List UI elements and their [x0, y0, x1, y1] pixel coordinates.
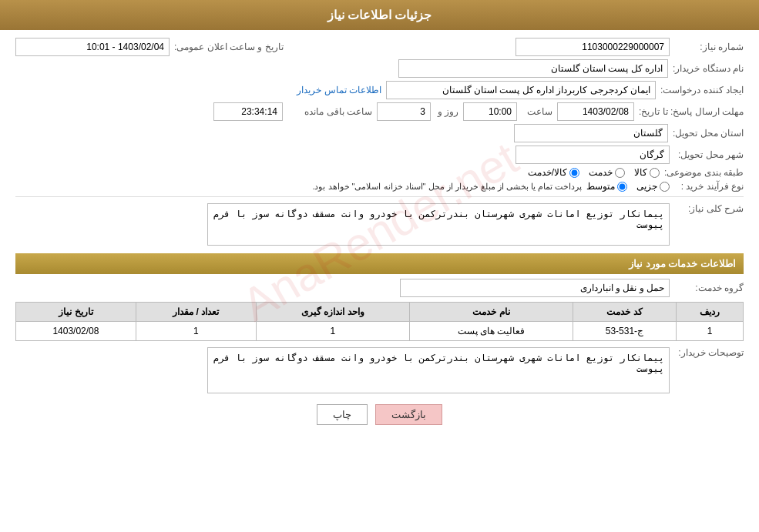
etelaat-link[interactable]: اطلاعات تماس خریدار — [297, 85, 381, 95]
mohlatRooz-label: روز و — [435, 106, 458, 117]
mohlatDate-input[interactable] — [557, 102, 634, 121]
tabaqeBandi-label: طبقه بندی موضوعی: — [664, 167, 744, 178]
page-title: جزئیات اطلاعات نیاز — [0, 0, 759, 30]
farayand-mota[interactable]: متوسط — [586, 181, 627, 192]
ejadKonande-input[interactable] — [386, 81, 656, 99]
mohlatSaat-input[interactable] — [463, 102, 517, 121]
col-kodKhadamat: کد خدمت — [573, 303, 676, 322]
mohlatErsal-label: مهلت ارسال پاسخ: تا تاریخ: — [639, 106, 744, 117]
tarikh-input[interactable] — [15, 38, 170, 56]
sharhKoli-textarea[interactable]: پیمانکار توزیع امانات شهری شهرستان بندرت… — [207, 203, 670, 246]
tabaqe-khadamat[interactable]: خدمت — [589, 167, 625, 178]
mohlatSaatMande-label: ساعت باقی مانده — [287, 106, 372, 117]
farayand-jozi[interactable]: جزیی — [636, 181, 670, 192]
groheKhadamat-label: گروه خدمت: — [674, 283, 744, 293]
shomareNiaz-input[interactable] — [516, 38, 670, 56]
namDastgah-input[interactable] — [398, 59, 668, 78]
groheKhadamat-input[interactable] — [400, 279, 670, 297]
col-vahed: واحد اندازه گیری — [256, 303, 410, 322]
col-namKhadamat: نام خدمت — [410, 303, 573, 322]
ostanTahvil-input[interactable] — [514, 124, 668, 142]
shahrTahvil-row: شهر محل تحویل: — [15, 146, 744, 164]
mohlatSaat-label: ساعت — [522, 106, 552, 117]
tabaqeBandi-row: طبقه بندی موضوعی: کالا خدمت کالا/خدمت — [15, 167, 744, 178]
sharhKoli-label: شرح کلی نیاز: — [674, 203, 744, 214]
sharhKoli-row: شرح کلی نیاز: پیمانکار توزیع امانات شهری… — [15, 203, 744, 246]
namDastgah-row: نام دستگاه خریدار: — [15, 59, 744, 78]
mohlatRooz-input[interactable] — [377, 102, 431, 121]
buttons-row: بازگشت چاپ — [15, 404, 744, 425]
namDastgah-label: نام دستگاه خریدار: — [673, 63, 744, 74]
tabaqe-kala[interactable]: کالا — [634, 167, 660, 178]
farayand-radiogroup: جزیی متوسط — [586, 181, 670, 192]
khadamat-table: ردیف کد خدمت نام خدمت واحد اندازه گیری ت… — [15, 302, 744, 341]
shahrTahvil-label: شهر محل تحویل: — [674, 149, 744, 160]
ejadKonande-row: ایجاد کننده درخواست: اطلاعات تماس خریدار — [15, 81, 744, 99]
mohlatSaatMande-input[interactable] — [213, 102, 283, 121]
shahrTahvil-input[interactable] — [516, 146, 670, 164]
ejadKonande-label: ایجاد کننده درخواست: — [660, 85, 744, 95]
tosihKharidar-label: توصیحات خریدار: — [674, 347, 744, 358]
tabaqe-kala-khadamat[interactable]: کالا/خدمت — [528, 167, 579, 178]
tarikh-label: تاریخ و ساعت اعلان عمومی: — [174, 42, 284, 52]
print-button[interactable]: چاپ — [317, 404, 368, 425]
col-tarikh: تاریخ نیاز — [16, 303, 136, 322]
back-button[interactable]: بازگشت — [375, 404, 442, 425]
shomareNiaz-row: شماره نیاز: تاریخ و ساعت اعلان عمومی: — [15, 38, 744, 56]
col-tedad: تعداد / مقدار — [136, 303, 256, 322]
khadamat-section-title: اطلاعات خدمات مورد نیاز — [15, 253, 744, 274]
tabaqe-radiogroup: کالا خدمت کالا/خدمت — [528, 167, 660, 178]
ostanTahvil-row: استان محل تحویل: — [15, 124, 744, 142]
noFarayand-row: نوع فرآیند خرید : جزیی متوسط پرداخت تمام… — [15, 181, 744, 192]
shomareNiaz-label: شماره نیاز: — [674, 42, 744, 52]
noFarayand-label: نوع فرآیند خرید : — [674, 181, 744, 192]
mohlatErsal-row: مهلت ارسال پاسخ: تا تاریخ: ساعت روز و سا… — [15, 102, 744, 121]
table-row: 1ج-531-53فعالیت های پست111403/02/08 — [16, 322, 744, 341]
col-radif: ردیف — [677, 303, 744, 322]
noFarayand-note: پرداخت تمام یا بخشی از مبلغ خریدار از مح… — [312, 182, 582, 192]
ostanTahvil-label: استان محل تحویل: — [673, 128, 744, 139]
tosihKharidar-textarea[interactable]: پیمانکار توزیع امانات شهری شهرستان بندرت… — [207, 347, 670, 393]
groheKhadamat-row: گروه خدمت: — [15, 279, 744, 297]
tosihKharidar-row: توصیحات خریدار: پیمانکار توزیع امانات شه… — [15, 347, 744, 393]
